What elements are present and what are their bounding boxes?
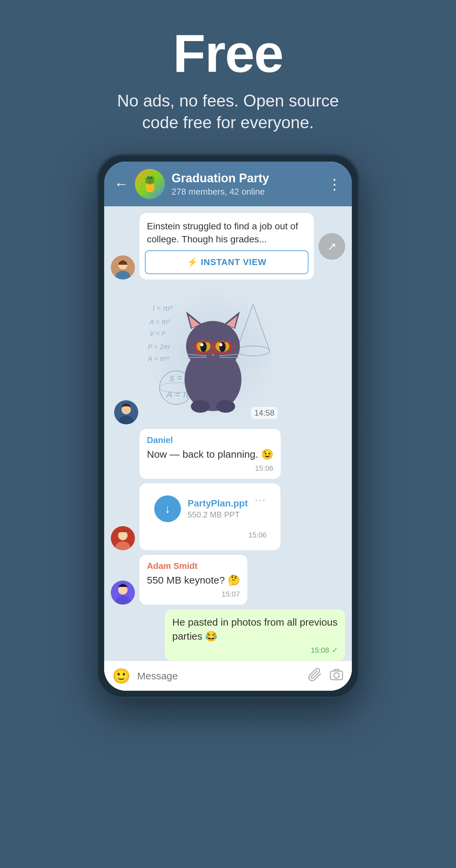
svg-point-30 xyxy=(219,343,222,346)
adam-message-time: 15:07 xyxy=(222,590,240,598)
group-avatar: 🍍 xyxy=(135,169,165,199)
sender-adam: Adam Smidt xyxy=(147,561,240,571)
more-options-button[interactable]: ⋮ xyxy=(327,176,342,193)
attach-button[interactable] xyxy=(308,667,323,685)
svg-point-54 xyxy=(334,673,339,678)
daniel-message-row: Daniel Now — back to planning. 😉 15:06 xyxy=(111,429,345,479)
file-size: 550.2 MB PPT xyxy=(188,510,248,520)
file-bubble-inner: ↓ PartyPlan.ppt 550.2 MB PPT ⋯ xyxy=(147,489,273,528)
avatar-guy1 xyxy=(114,400,138,424)
sender-daniel: Daniel xyxy=(147,435,273,445)
download-button[interactable]: ↓ xyxy=(154,495,181,522)
outgoing-message-text: He pasted in photos from all previous pa… xyxy=(172,615,338,643)
chat-header: ← 🍍 Graduation Party 278 members, 42 onl… xyxy=(104,162,352,206)
link-preview-row: Einstein struggled to find a job out of … xyxy=(111,213,345,279)
hero-section: Free No ads, no fees. Open sourcecode fr… xyxy=(0,0,456,154)
file-info: PartyPlan.ppt 550.2 MB PPT xyxy=(188,498,248,520)
phone-device: ← 🍍 Graduation Party 278 members, 42 onl… xyxy=(96,154,360,699)
svg-point-46 xyxy=(118,531,127,540)
file-message-meta: 15:06 xyxy=(147,531,273,544)
avatar-guy3 xyxy=(111,581,135,604)
file-message-bubble: ↓ PartyPlan.ppt 550.2 MB PPT ⋯ 15:06 xyxy=(140,484,280,550)
instant-view-label: INSTANT VIEW xyxy=(201,257,266,268)
back-button[interactable]: ← xyxy=(114,177,128,191)
hero-subtitle: No ads, no fees. Open sourcecode free fo… xyxy=(117,90,339,133)
file-message-row: ↓ PartyPlan.ppt 550.2 MB PPT ⋯ 15:06 xyxy=(111,484,345,550)
outgoing-message-meta: 15:08 ✓ xyxy=(172,646,338,655)
sticker-container: l = πr² A = πr² V = l³ P = 2πr A = πr³ s… xyxy=(143,284,283,424)
daniel-message-meta: 15:06 xyxy=(147,464,273,473)
camera-button[interactable] xyxy=(329,667,344,685)
adam-message-meta: 15:07 xyxy=(147,590,240,598)
sticker-row: l = πr² A = πr² V = l³ P = 2πr A = πr³ s… xyxy=(111,284,345,424)
cat-sticker xyxy=(163,294,263,414)
daniel-message-bubble: Daniel Now — back to planning. 😉 15:06 xyxy=(140,429,281,479)
check-mark-icon: ✓ xyxy=(332,646,338,655)
link-preview-text: Einstein struggled to find a job out of … xyxy=(140,213,314,250)
hero-title: Free xyxy=(173,27,283,80)
message-input[interactable] xyxy=(137,670,301,682)
file-name: PartyPlan.ppt xyxy=(188,498,248,509)
adam-message-bubble: Adam Smidt 550 MB keynote? 🤔 15:07 xyxy=(140,555,247,604)
message-input-bar: 🙂 xyxy=(104,661,352,691)
group-members: 278 members, 42 online xyxy=(172,187,321,197)
svg-point-42 xyxy=(216,400,235,413)
svg-rect-47 xyxy=(118,531,127,532)
emoji-button[interactable]: 🙂 xyxy=(112,668,130,685)
link-preview-bubble: Einstein struggled to find a job out of … xyxy=(140,213,314,279)
avatar-girl xyxy=(111,255,135,279)
group-name: Graduation Party xyxy=(172,171,321,185)
group-info: Graduation Party 278 members, 42 online xyxy=(172,171,321,197)
svg-point-29 xyxy=(200,343,203,346)
outgoing-message-row: He pasted in photos from all previous pa… xyxy=(111,609,345,661)
daniel-message-text: Now — back to planning. 😉 xyxy=(147,447,273,461)
chat-area: Einstein struggled to find a job out of … xyxy=(104,206,352,661)
avatar-guy2 xyxy=(111,526,135,550)
file-message-time: 15:06 xyxy=(248,531,266,539)
phone-screen: ← 🍍 Graduation Party 278 members, 42 onl… xyxy=(104,162,352,691)
svg-point-20 xyxy=(186,321,240,372)
outgoing-message-time: 15:08 xyxy=(311,646,329,655)
daniel-message-time: 15:06 xyxy=(255,464,273,473)
outgoing-message-bubble: He pasted in photos from all previous pa… xyxy=(165,609,345,661)
adam-message-text: 550 MB keynote? 🤔 xyxy=(147,573,240,587)
instant-view-button[interactable]: ⚡ INSTANT VIEW xyxy=(145,250,308,274)
share-button[interactable]: ↗ xyxy=(318,233,345,260)
svg-point-41 xyxy=(191,400,210,413)
file-more-button[interactable]: ⋯ xyxy=(254,493,266,507)
lightning-icon: ⚡ xyxy=(187,257,197,268)
svg-rect-52 xyxy=(119,585,127,587)
adam-message-row: Adam Smidt 550 MB keynote? 🤔 15:07 xyxy=(111,555,345,604)
